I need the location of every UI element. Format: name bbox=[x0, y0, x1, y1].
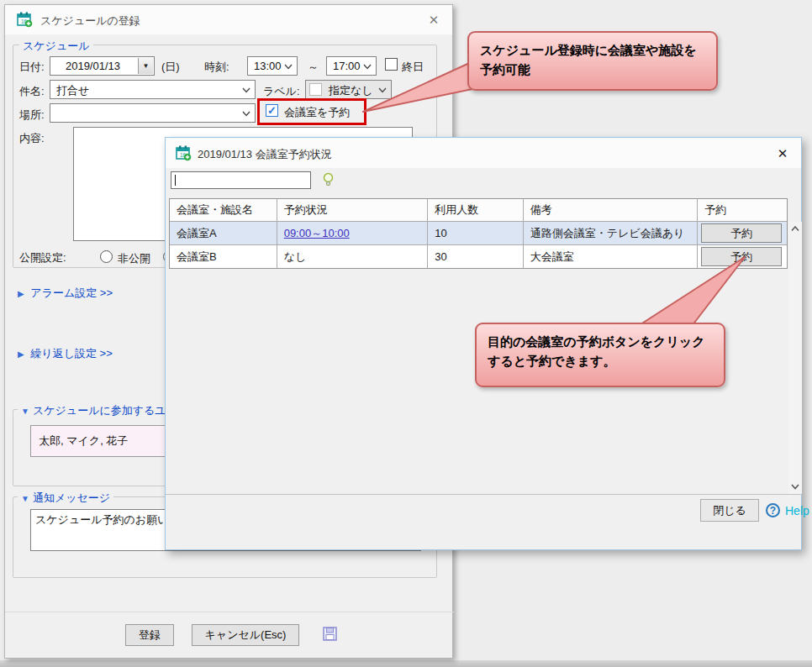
footer-divider bbox=[166, 494, 801, 495]
schedule-groupbox-label: スケジュール bbox=[19, 39, 93, 54]
chevron-down-icon bbox=[242, 87, 250, 93]
date-label: 日付: bbox=[19, 60, 45, 75]
private-radio-label: 非公開 bbox=[118, 251, 150, 266]
notify-groupbox-label[interactable]: ▼通知メッセージ bbox=[18, 491, 113, 506]
table-header-row: 会議室・施設名 予約状況 利用人数 備考 予約 bbox=[170, 199, 787, 221]
callout-click-reserve: 目的の会議室の予約ボタンをクリック すると予約できます。 bbox=[475, 323, 725, 387]
callout-line: スケジュール登録時に会議室や施設を bbox=[480, 40, 705, 60]
table-scrollbar[interactable] bbox=[788, 222, 802, 494]
save-icon[interactable] bbox=[323, 627, 337, 641]
status-link[interactable]: 09:00～10:00 bbox=[284, 227, 350, 239]
close-dialog-button[interactable]: 閉じる bbox=[700, 499, 759, 522]
private-radio[interactable] bbox=[100, 250, 113, 263]
reservation-dialog-titlebar: 16 2019/01/13 会議室予約状況 ✕ bbox=[166, 138, 801, 168]
room-table: 会議室・施設名 予約状況 利用人数 備考 予約 会議室A 09:00～10:00… bbox=[169, 198, 788, 269]
column-header-reserve: 予約 bbox=[698, 199, 787, 221]
content-label: 内容: bbox=[19, 131, 45, 146]
room-name: 会議室A bbox=[170, 222, 277, 244]
alarm-settings-label: アラーム設定 >> bbox=[30, 286, 113, 299]
highlight-rectangle bbox=[257, 98, 366, 125]
visibility-label: 公開設定: bbox=[19, 250, 66, 265]
scroll-down-icon[interactable] bbox=[791, 484, 799, 490]
time-label: 時刻: bbox=[204, 60, 229, 75]
room-note: 大会議室 bbox=[524, 245, 698, 268]
time-separator: ～ bbox=[308, 60, 319, 75]
cancel-button[interactable]: キャンセル(Esc) bbox=[192, 624, 299, 646]
schedule-dialog-titlebar: 16 スケジュールの登録 ✕ bbox=[5, 5, 452, 34]
allday-checkbox[interactable] bbox=[385, 58, 398, 71]
room-capacity: 30 bbox=[428, 245, 524, 268]
text-caret bbox=[175, 175, 176, 186]
subject-label: 件名: bbox=[19, 84, 45, 99]
expand-right-icon: ▶ bbox=[18, 289, 24, 298]
notify-label: 通知メッセージ bbox=[33, 491, 110, 504]
screenshot-root: 16 スケジュールの登録 ✕ スケジュール 日付: 2019/01/13 ▼ (… bbox=[0, 0, 812, 667]
reserve-button[interactable]: 予約 bbox=[701, 247, 782, 266]
alarm-settings-link[interactable]: ▶ アラーム設定 >> bbox=[18, 286, 113, 301]
subject-combobox[interactable]: 打合せ bbox=[50, 80, 256, 99]
time-from-combobox[interactable]: 13:00 bbox=[247, 56, 298, 76]
label-combobox[interactable]: 指定なし bbox=[305, 80, 392, 99]
place-label: 場所: bbox=[19, 108, 45, 123]
expand-down-icon: ▼ bbox=[21, 407, 29, 416]
subject-value: 打合せ bbox=[56, 83, 89, 98]
label-label: ラベル: bbox=[263, 84, 300, 99]
time-to-value: 17:00 bbox=[333, 60, 361, 72]
help-link[interactable]: Help bbox=[785, 504, 809, 517]
callout-line: 目的の会議室の予約ボタンをクリック bbox=[488, 332, 713, 351]
register-button[interactable]: 登録 bbox=[125, 624, 174, 646]
chevron-down-icon bbox=[378, 87, 387, 93]
time-to-combobox[interactable]: 17:00 bbox=[326, 56, 377, 76]
notify-value: スケジュール予約のお願い bbox=[35, 513, 168, 526]
schedule-dialog-close-icon[interactable]: ✕ bbox=[425, 12, 442, 29]
table-row: 会議室B なし 30 大会議室 予約 bbox=[170, 244, 787, 268]
time-from-value: 13:00 bbox=[254, 60, 282, 72]
column-header-room: 会議室・施設名 bbox=[170, 199, 277, 221]
date-combobox[interactable]: 2019/01/13 ▼ bbox=[50, 56, 155, 76]
calendar-add-icon: 16 bbox=[176, 145, 192, 161]
room-status: なし bbox=[277, 245, 429, 268]
expand-down-icon: ▼ bbox=[21, 494, 29, 503]
date-value: 2019/01/13 bbox=[50, 60, 135, 72]
label-color-swatch bbox=[309, 83, 322, 96]
weekday-label: (日) bbox=[161, 60, 180, 75]
reservation-dialog-close-icon[interactable]: ✕ bbox=[774, 145, 791, 162]
help-icon[interactable]: ? bbox=[766, 503, 780, 517]
expand-right-icon: ▶ bbox=[18, 349, 24, 359]
callout-line: 予約可能 bbox=[480, 60, 705, 79]
lightbulb-icon bbox=[322, 172, 335, 187]
repeat-settings-link[interactable]: ▶ 繰り返し設定 >> bbox=[18, 346, 113, 361]
chevron-down-icon bbox=[284, 64, 293, 70]
callout-line: すると予約できます。 bbox=[488, 351, 713, 370]
footer-divider bbox=[5, 612, 454, 612]
window-bottom-edge bbox=[0, 660, 812, 667]
column-header-note: 備考 bbox=[524, 199, 698, 221]
chevron-down-icon bbox=[363, 64, 372, 70]
column-header-status: 予約状況 bbox=[277, 199, 429, 221]
callout-reserve-room: スケジュール登録時に会議室や施設を 予約可能 bbox=[467, 31, 718, 91]
room-note: 通路側会議室・テレビ会議あり bbox=[524, 222, 698, 244]
table-row: 会議室A 09:00～10:00 10 通路側会議室・テレビ会議あり 予約 bbox=[170, 221, 787, 244]
label-value: 指定なし bbox=[329, 83, 373, 98]
allday-label: 終日 bbox=[402, 60, 424, 75]
calendar-add-icon: 16 bbox=[17, 12, 33, 28]
column-header-capacity: 利用人数 bbox=[428, 199, 524, 221]
date-dropdown-icon[interactable]: ▼ bbox=[138, 58, 153, 74]
schedule-dialog-title: スケジュールの登録 bbox=[40, 13, 140, 29]
repeat-settings-label: 繰り返し設定 >> bbox=[30, 347, 112, 360]
room-name: 会議室B bbox=[170, 245, 277, 268]
reserve-button[interactable]: 予約 bbox=[701, 223, 782, 243]
reservation-dialog-title: 2019/01/13 会議室予約状況 bbox=[198, 147, 332, 162]
chevron-down-icon bbox=[242, 111, 250, 117]
scroll-up-icon[interactable] bbox=[791, 226, 799, 232]
room-search-input[interactable] bbox=[171, 171, 311, 189]
place-combobox[interactable] bbox=[50, 103, 256, 123]
participants-value: 太郎, マイク, 花子 bbox=[39, 434, 128, 447]
room-capacity: 10 bbox=[428, 222, 524, 244]
